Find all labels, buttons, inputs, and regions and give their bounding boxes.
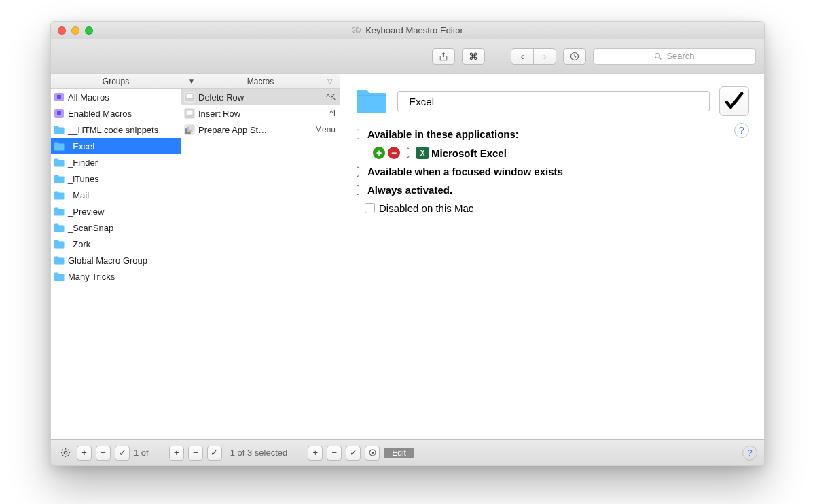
groups-list[interactable]: All MacrosEnabled Macros__HTML code snip… bbox=[51, 89, 181, 439]
group-name-input[interactable] bbox=[397, 91, 710, 111]
group-icon[interactable] bbox=[355, 88, 388, 115]
add-app-button[interactable]: + bbox=[373, 147, 385, 159]
document-proxy-icon: ⌘/ bbox=[352, 26, 361, 35]
stepper-icon[interactable] bbox=[405, 147, 412, 158]
group-label: _Mail bbox=[68, 190, 89, 200]
group-row[interactable]: _Excel bbox=[51, 138, 181, 154]
group-label: Global Macro Group bbox=[68, 255, 147, 266]
folder-icon bbox=[54, 125, 65, 134]
macro-label: Insert Row bbox=[198, 109, 240, 119]
main-columns: Groups All MacrosEnabled Macros__HTML co… bbox=[51, 73, 764, 439]
folder-icon bbox=[355, 88, 388, 115]
enable-macro-button[interactable]: ✓ bbox=[207, 446, 222, 461]
sort-descending-icon[interactable]: ▼ bbox=[188, 74, 195, 89]
minimize-window-button[interactable] bbox=[71, 26, 79, 35]
help-button-bottom[interactable]: ? bbox=[742, 446, 757, 461]
group-label: Many Tricks bbox=[68, 272, 115, 282]
group-row[interactable]: _Preview bbox=[51, 203, 181, 219]
help-button[interactable]: ? bbox=[734, 123, 749, 138]
disabled-label: Disabled on this Mac bbox=[379, 202, 473, 214]
group-row[interactable]: Enabled Macros bbox=[51, 105, 181, 122]
window-condition-row[interactable]: Available when a focused window exists bbox=[355, 166, 749, 177]
nav-group: ‹ › bbox=[511, 48, 556, 65]
stepper-icon[interactable] bbox=[355, 185, 362, 196]
zoom-window-button[interactable] bbox=[85, 26, 93, 35]
activation-row[interactable]: Always activated. bbox=[355, 184, 749, 196]
detail-header bbox=[355, 86, 749, 116]
group-row[interactable]: _Finder bbox=[51, 154, 181, 170]
share-icon bbox=[439, 52, 448, 61]
filter-icon[interactable]: ▽ bbox=[327, 74, 333, 89]
close-window-button[interactable] bbox=[58, 26, 66, 35]
window-title: ⌘/ Keyboard Maestro Editor bbox=[51, 25, 764, 35]
search-field[interactable]: Search bbox=[593, 48, 756, 65]
add-macro-button[interactable]: + bbox=[169, 446, 184, 461]
svg-point-15 bbox=[372, 452, 374, 454]
group-row[interactable]: __HTML code snippets bbox=[51, 122, 181, 138]
shortcuts-button[interactable]: ⌘ bbox=[462, 48, 485, 65]
history-button[interactable] bbox=[563, 48, 586, 65]
app-list-row: + − X Microsoft Excel bbox=[373, 147, 749, 159]
remove-action-button[interactable]: − bbox=[327, 446, 342, 461]
folder-icon bbox=[54, 255, 65, 265]
svg-rect-12 bbox=[189, 125, 194, 130]
group-row[interactable]: Global Macro Group bbox=[51, 252, 181, 268]
macro-row[interactable]: Insert Row^I bbox=[181, 105, 340, 122]
add-action-button[interactable]: + bbox=[308, 446, 323, 461]
smart-folder-icon bbox=[54, 109, 65, 118]
macro-shortcut: ^I bbox=[329, 109, 336, 118]
forward-button[interactable]: › bbox=[533, 48, 556, 65]
group-row[interactable]: All Macros bbox=[51, 89, 181, 105]
app-name-label[interactable]: Microsoft Excel bbox=[431, 147, 507, 159]
group-enabled-toggle[interactable] bbox=[719, 86, 749, 116]
remove-app-button[interactable]: − bbox=[388, 147, 400, 159]
disabled-checkbox[interactable] bbox=[365, 203, 375, 213]
bottom-bar: + − ✓ 1 of + − ✓ 1 of 3 selected + − ✓ E… bbox=[51, 439, 764, 465]
macros-status-label: 1 of 3 selected bbox=[230, 448, 288, 458]
stepper-icon[interactable] bbox=[355, 166, 362, 177]
enable-action-button[interactable]: ✓ bbox=[346, 446, 361, 461]
svg-point-13 bbox=[64, 451, 67, 454]
command-icon: ⌘ bbox=[469, 51, 478, 62]
share-button[interactable] bbox=[432, 48, 455, 65]
groups-header[interactable]: Groups bbox=[51, 74, 181, 89]
search-icon bbox=[654, 52, 662, 60]
disabled-row[interactable]: Disabled on this Mac bbox=[365, 202, 749, 214]
toolbar: ⌘ ‹ › Search bbox=[51, 39, 764, 73]
group-row[interactable]: Many Tricks bbox=[51, 268, 181, 285]
macros-header[interactable]: ▼ Macros ▽ bbox=[181, 74, 340, 89]
record-button[interactable] bbox=[365, 446, 380, 461]
group-row[interactable]: _ScanSnap bbox=[51, 219, 181, 236]
group-label: _Excel bbox=[68, 141, 94, 151]
folder-icon bbox=[54, 239, 65, 249]
edit-toggle[interactable]: Edit bbox=[384, 448, 414, 458]
macro-row[interactable]: Delete Row^K bbox=[181, 89, 340, 105]
titlebar: ⌘/ Keyboard Maestro Editor bbox=[51, 22, 764, 39]
gear-button[interactable] bbox=[58, 446, 73, 461]
folder-icon bbox=[54, 223, 65, 232]
macro-label: Prepare App St… bbox=[198, 125, 267, 135]
available-apps-label: Available in these applications: bbox=[367, 128, 519, 140]
macros-list[interactable]: Delete Row^KInsert Row^IPrepare App St…M… bbox=[181, 89, 340, 439]
back-button[interactable]: ‹ bbox=[511, 48, 534, 65]
folder-icon bbox=[54, 174, 65, 183]
remove-macro-button[interactable]: − bbox=[188, 446, 203, 461]
remove-group-button[interactable]: − bbox=[96, 446, 111, 461]
macro-shortcut: ^K bbox=[326, 92, 336, 102]
folder-icon bbox=[54, 141, 65, 151]
search-placeholder: Search bbox=[666, 51, 694, 61]
chevron-left-icon: ‹ bbox=[521, 51, 524, 62]
group-row[interactable]: _Zork bbox=[51, 236, 181, 252]
detail-settings: Available in these applications: + − X M… bbox=[355, 128, 749, 214]
available-apps-row[interactable]: Available in these applications: bbox=[355, 128, 749, 140]
enable-group-button[interactable]: ✓ bbox=[115, 446, 130, 461]
group-label: _iTunes bbox=[68, 174, 99, 184]
svg-rect-3 bbox=[57, 95, 61, 99]
group-row[interactable]: _iTunes bbox=[51, 170, 181, 187]
add-group-button[interactable]: + bbox=[77, 446, 92, 461]
macro-row[interactable]: Prepare App St…Menu bbox=[181, 122, 340, 138]
group-row[interactable]: _Mail bbox=[51, 187, 181, 203]
groups-status-label: 1 of bbox=[134, 448, 149, 458]
svg-rect-9 bbox=[187, 111, 193, 115]
stepper-icon[interactable] bbox=[355, 129, 362, 140]
